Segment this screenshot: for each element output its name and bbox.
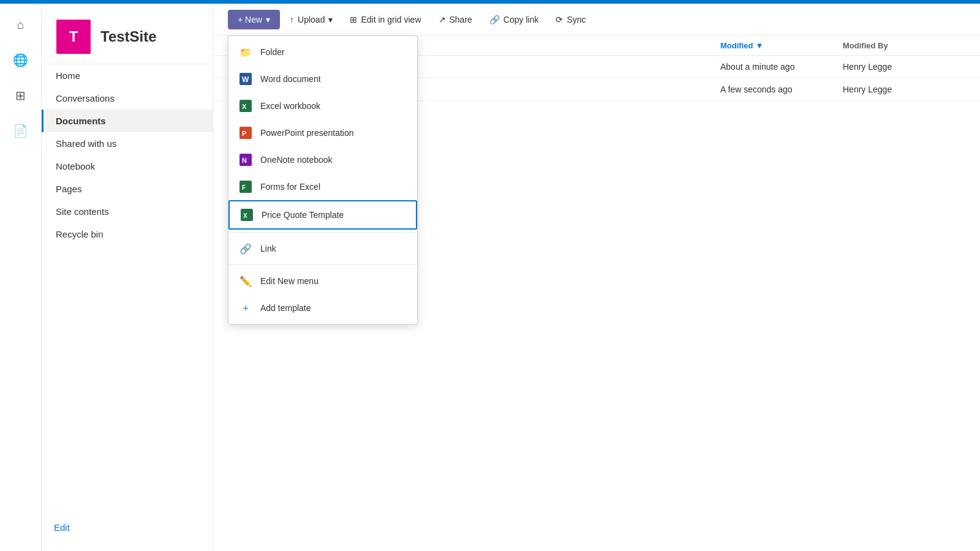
copy-link-label: Copy link <box>503 15 539 24</box>
svg-text:X: X <box>242 103 247 110</box>
share-label: Share <box>450 15 472 24</box>
svg-text:W: W <box>242 75 249 84</box>
upload-chevron-icon: ▾ <box>328 15 333 24</box>
menu-item-forms[interactable]: F Forms for Excel <box>228 173 417 200</box>
folder-icon: 📁 <box>238 45 253 59</box>
svg-text:N: N <box>242 157 247 164</box>
grid-rail-icon[interactable]: ⊞ <box>9 83 33 108</box>
site-header: T TestSite <box>42 10 213 64</box>
sidebar: T TestSite Home Conversations Documents … <box>42 4 213 551</box>
main-content: + New ▾ ↑ Upload ▾ ⊞ Edit in grid view ↗… <box>213 4 980 551</box>
menu-item-link[interactable]: 🔗 Link <box>228 235 417 262</box>
sidebar-item-notebook[interactable]: Notebook <box>42 155 213 178</box>
sidebar-edit-link[interactable]: Edit <box>42 516 213 539</box>
word-icon: W <box>238 72 253 86</box>
upload-button[interactable]: ↑ Upload ▾ <box>282 10 340 29</box>
edit-grid-label: Edit in grid view <box>361 15 421 24</box>
svg-text:F: F <box>242 184 246 191</box>
top-bar <box>0 0 980 4</box>
sync-icon: ⟳ <box>556 15 563 24</box>
row-2-modified-by: Henry Legge <box>843 84 965 94</box>
menu-item-ppt[interactable]: P PowerPoint presentation <box>228 119 417 146</box>
sidebar-item-site-contents[interactable]: Site contents <box>42 200 213 223</box>
row-1-modified: About a minute ago <box>720 62 843 72</box>
onenote-icon: N <box>238 152 253 167</box>
menu-ppt-label: PowerPoint presentation <box>260 128 354 138</box>
sidebar-item-shared[interactable]: Shared with us <box>42 132 213 155</box>
menu-word-label: Word document <box>260 74 321 84</box>
toolbar: + New ▾ ↑ Upload ▾ ⊞ Edit in grid view ↗… <box>213 4 980 36</box>
menu-item-folder[interactable]: 📁 Folder <box>228 39 417 66</box>
forms-icon: F <box>238 179 253 194</box>
menu-item-price-quote[interactable]: X Price Quote Template <box>228 200 417 230</box>
menu-forms-label: Forms for Excel <box>260 182 320 192</box>
new-chevron-icon: ▾ <box>266 15 270 24</box>
col-modified-header[interactable]: Modified ▼ <box>720 41 843 50</box>
share-icon: ↗ <box>439 15 446 24</box>
sidebar-item-conversations[interactable]: Conversations <box>42 87 213 110</box>
menu-divider-2 <box>228 264 417 265</box>
new-button[interactable]: + New ▾ <box>228 10 280 29</box>
sidebar-item-recycle[interactable]: Recycle bin <box>42 223 213 246</box>
menu-divider-1 <box>228 232 417 233</box>
col-modified-by-header: Modified By <box>843 41 965 50</box>
home-rail-icon[interactable]: ⌂ <box>9 12 33 37</box>
svg-text:X: X <box>243 212 247 219</box>
menu-edit-new-label: Edit New menu <box>260 276 318 286</box>
menu-item-edit-new[interactable]: ✏️ Edit New menu <box>228 268 417 294</box>
menu-onenote-label: OneNote notebook <box>260 155 333 165</box>
menu-item-word[interactable]: W Word document <box>228 66 417 92</box>
sidebar-item-documents[interactable]: Documents <box>42 110 213 132</box>
document-rail-icon[interactable]: 📄 <box>9 119 33 143</box>
edit-pencil-icon: ✏️ <box>238 274 253 288</box>
excel-icon: X <box>238 99 253 113</box>
upload-label: Upload <box>298 15 325 24</box>
add-icon: ＋ <box>238 301 253 315</box>
copy-link-icon: 🔗 <box>489 15 500 24</box>
sort-icon: ▼ <box>755 41 763 50</box>
menu-item-onenote[interactable]: N OneNote notebook <box>228 146 417 173</box>
link-icon: 🔗 <box>238 241 253 256</box>
menu-add-template-label: Add template <box>260 303 311 313</box>
sync-label: Sync <box>567 15 586 24</box>
menu-item-excel[interactable]: X Excel workbook <box>228 92 417 119</box>
new-label: + New <box>238 15 262 24</box>
site-logo: T <box>56 20 91 54</box>
row-1-modified-by: Henry Legge <box>843 62 965 72</box>
svg-text:P: P <box>242 130 246 137</box>
menu-item-add-template[interactable]: ＋ Add template <box>228 294 417 321</box>
site-title: TestSite <box>100 28 157 45</box>
icon-rail: ⌂ 🌐 ⊞ 📄 <box>0 4 42 551</box>
edit-grid-button[interactable]: ⊞ Edit in grid view <box>342 10 428 29</box>
menu-link-label: Link <box>260 244 276 253</box>
globe-rail-icon[interactable]: 🌐 <box>9 48 33 72</box>
menu-folder-label: Folder <box>260 47 285 57</box>
new-dropdown-menu: 📁 Folder W Word document X Excel workboo… <box>228 36 418 324</box>
upload-icon: ↑ <box>290 15 294 24</box>
share-button[interactable]: ↗ Share <box>431 10 480 29</box>
row-2-modified: A few seconds ago <box>720 84 843 94</box>
edit-grid-icon: ⊞ <box>350 15 357 24</box>
menu-price-quote-label: Price Quote Template <box>262 210 344 220</box>
sync-button[interactable]: ⟳ Sync <box>548 10 593 29</box>
menu-excel-label: Excel workbook <box>260 101 320 111</box>
powerpoint-icon: P <box>238 126 253 140</box>
copy-link-button[interactable]: 🔗 Copy link <box>482 10 546 29</box>
sidebar-item-home[interactable]: Home <box>42 64 213 87</box>
price-quote-icon: X <box>239 208 254 222</box>
sidebar-item-pages[interactable]: Pages <box>42 178 213 200</box>
